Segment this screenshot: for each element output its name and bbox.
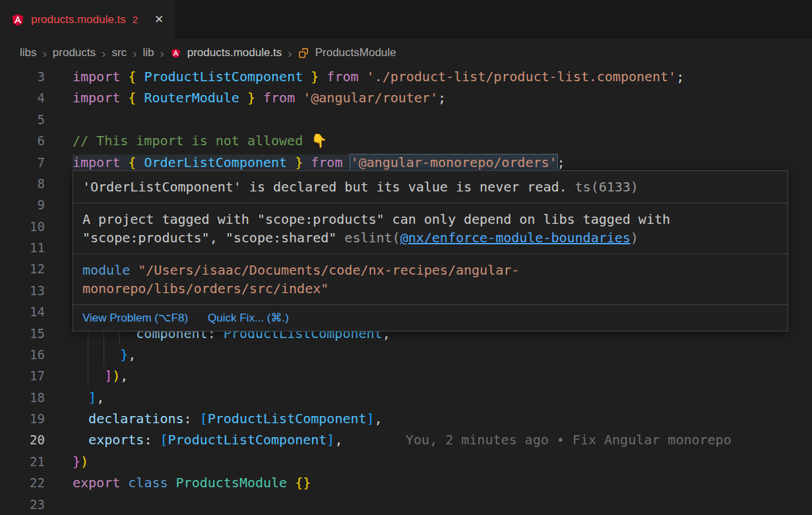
line-number[interactable]: 3 bbox=[0, 66, 45, 87]
breadcrumb-item-src[interactable]: src bbox=[111, 46, 127, 59]
code-token: OrderListComponent bbox=[144, 154, 287, 170]
code-line-row[interactable]: 19 declarations: [ProductListComponent], bbox=[0, 408, 812, 429]
code-line-row[interactable]: 20 exports: [ProductListComponent],You, … bbox=[0, 429, 812, 450]
code-line[interactable] bbox=[73, 494, 812, 515]
line-number[interactable]: 6 bbox=[0, 130, 45, 151]
line-number[interactable]: 9 bbox=[0, 194, 45, 215]
line-number[interactable]: 8 bbox=[0, 173, 45, 194]
code-line[interactable]: declarations: [ProductListComponent], bbox=[73, 408, 812, 429]
code-token bbox=[73, 432, 88, 448]
code-token: : bbox=[184, 411, 200, 427]
code-token: { bbox=[128, 90, 144, 106]
code-token: import bbox=[73, 90, 128, 106]
code-token: , bbox=[334, 432, 342, 448]
code-token: , bbox=[120, 368, 128, 384]
tab-close-icon[interactable]: ✕ bbox=[154, 13, 164, 26]
code-token bbox=[359, 69, 367, 85]
line-number[interactable]: 12 bbox=[0, 258, 45, 279]
code-line[interactable]: }) bbox=[73, 451, 812, 472]
code-token bbox=[120, 475, 128, 491]
code-token: from bbox=[311, 154, 342, 170]
code-token: 👇 bbox=[311, 133, 327, 149]
code-token: class bbox=[128, 475, 168, 491]
line-number[interactable]: 15 bbox=[0, 323, 45, 344]
breadcrumb-item-products[interactable]: products bbox=[53, 46, 96, 59]
code-line-row[interactable]: 17 ]), bbox=[0, 365, 812, 386]
code-line[interactable]: export class ProductsModule {} bbox=[73, 472, 812, 493]
code-token: { bbox=[128, 154, 144, 170]
code-line[interactable]: ]), bbox=[73, 365, 812, 386]
code-token: export bbox=[73, 475, 120, 491]
code-token: from bbox=[327, 69, 358, 85]
hover-module-info: module "/Users/isaac/Documents/code/nx-r… bbox=[73, 254, 788, 304]
code-token: [ bbox=[200, 411, 208, 427]
line-number[interactable]: 21 bbox=[0, 451, 45, 472]
module-path-line1: "/Users/isaac/Documents/code/nx-recipes/… bbox=[130, 262, 519, 278]
code-token: './product-list/product-list.component' bbox=[367, 69, 677, 85]
line-number[interactable]: 20 bbox=[0, 429, 45, 450]
chevron-right-icon: › bbox=[288, 47, 292, 59]
code-line[interactable]: ], bbox=[73, 387, 812, 408]
code-token: exports bbox=[88, 432, 144, 448]
code-line-row[interactable]: 22export class ProductsModule {} bbox=[0, 472, 812, 493]
eslint-message-line1: A project tagged with "scope:products" c… bbox=[82, 210, 778, 228]
line-number[interactable]: 18 bbox=[0, 387, 45, 408]
line-number[interactable]: 11 bbox=[0, 237, 45, 258]
code-token: , bbox=[128, 347, 136, 362]
code-line-row[interactable]: 16 }, bbox=[0, 344, 812, 365]
indent-guides bbox=[73, 365, 88, 386]
tab-title: products.module.ts bbox=[31, 13, 126, 26]
line-number[interactable]: 19 bbox=[0, 408, 45, 429]
line-number[interactable]: 16 bbox=[0, 344, 45, 365]
tab-products-module[interactable]: products.module.ts 2 ✕ bbox=[0, 0, 175, 39]
code-line-row[interactable]: 4import { RouterModule } from '@angular/… bbox=[0, 87, 812, 108]
code-token: '@angular-monorepo/orders' bbox=[350, 154, 557, 170]
code-token bbox=[73, 390, 88, 405]
line-number[interactable]: 23 bbox=[0, 494, 45, 515]
breadcrumb-item-lib[interactable]: lib bbox=[142, 46, 154, 59]
code-token: ; bbox=[438, 90, 446, 106]
chevron-right-icon: › bbox=[133, 47, 137, 59]
code-token: ) bbox=[80, 454, 88, 469]
breadcrumb-item-symbol[interactable]: ProductsModule bbox=[315, 46, 396, 59]
view-problem-action[interactable]: View Problem (⌥F8) bbox=[82, 311, 188, 325]
code-line[interactable]: exports: [ProductListComponent],You, 2 m… bbox=[73, 429, 812, 450]
ts-diagnostic-code: ts(6133) bbox=[567, 179, 639, 195]
line-number[interactable]: 5 bbox=[0, 109, 45, 130]
code-line[interactable]: // This import is not allowed 👇 bbox=[73, 130, 812, 151]
line-number[interactable]: 22 bbox=[0, 472, 45, 493]
line-number[interactable]: 4 bbox=[0, 87, 45, 108]
code-token: ProductListComponent bbox=[208, 411, 367, 427]
line-number[interactable]: 14 bbox=[0, 301, 45, 322]
code-token: } bbox=[287, 154, 311, 170]
code-line-row[interactable]: 23 bbox=[0, 494, 812, 515]
hover-eslint-diagnostic: A project tagged with "scope:products" c… bbox=[73, 203, 788, 254]
code-line-row[interactable]: 6// This import is not allowed 👇 bbox=[0, 130, 812, 151]
line-number[interactable]: 17 bbox=[0, 365, 45, 386]
hover-ts-diagnostic: 'OrderListComponent' is declared but its… bbox=[73, 171, 788, 203]
code-line-row[interactable]: 5 bbox=[0, 109, 812, 130]
code-line[interactable]: import { RouterModule } from '@angular/r… bbox=[73, 87, 812, 108]
code-token bbox=[168, 475, 176, 491]
tab-problems-badge: 2 bbox=[133, 14, 138, 25]
code-token: import bbox=[73, 69, 128, 85]
code-line-row[interactable]: 3import { ProductListComponent } from '.… bbox=[0, 66, 812, 87]
code-token: ] bbox=[327, 432, 334, 448]
code-line[interactable]: import { ProductListComponent } from './… bbox=[73, 66, 812, 87]
code-token: , bbox=[375, 411, 383, 427]
code-line[interactable]: }, bbox=[73, 344, 812, 365]
line-number[interactable]: 10 bbox=[0, 216, 45, 237]
code-token: : bbox=[144, 432, 160, 448]
breadcrumb-item-file[interactable]: products.module.ts bbox=[187, 46, 282, 59]
code-token: ProductsModule bbox=[176, 475, 288, 491]
eslint-rule-link[interactable]: @nx/enforce-module-boundaries bbox=[400, 230, 631, 246]
breadcrumb-item-libs[interactable]: libs bbox=[20, 46, 37, 59]
line-number[interactable]: 13 bbox=[0, 280, 45, 301]
code-line-row[interactable]: 18 ], bbox=[0, 387, 812, 408]
line-number[interactable]: 7 bbox=[0, 152, 45, 173]
code-token: ] bbox=[88, 390, 96, 405]
tab-bar: products.module.ts 2 ✕ bbox=[0, 0, 812, 40]
code-line-row[interactable]: 21}) bbox=[0, 451, 812, 472]
quick-fix-action[interactable]: Quick Fix... (⌘.) bbox=[208, 311, 289, 325]
code-line[interactable] bbox=[73, 109, 812, 130]
